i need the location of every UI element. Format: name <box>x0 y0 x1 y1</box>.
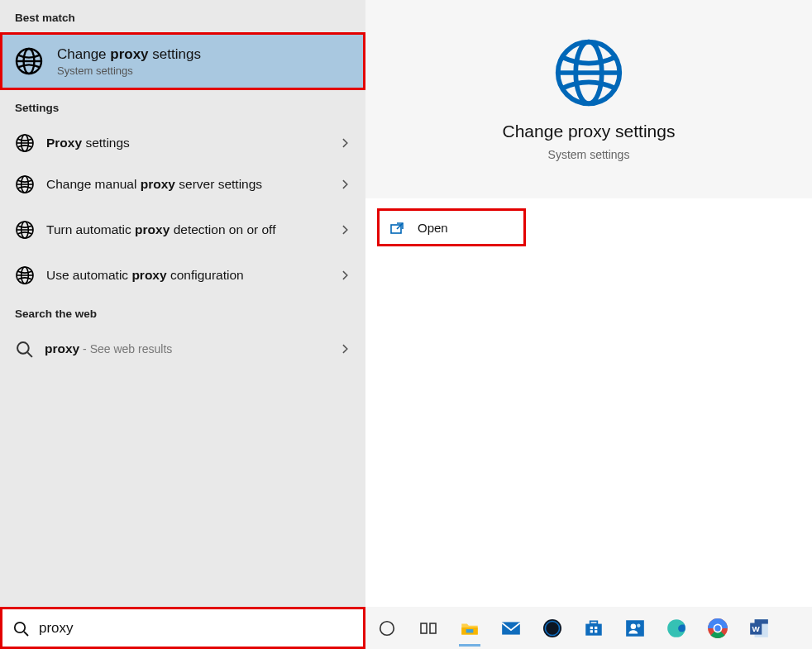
people-icon[interactable] <box>622 615 648 642</box>
chevron-right-icon <box>339 179 351 190</box>
preview-card: Change proxy settings System settings <box>365 0 812 198</box>
search-results-pane: Best match Change proxy settings System … <box>0 0 365 607</box>
globe-icon <box>553 37 624 108</box>
chevron-right-icon <box>339 270 351 281</box>
chevron-right-icon <box>339 137 351 149</box>
settings-result-label: Change manual proxy server settings <box>46 176 339 192</box>
globe-icon <box>15 220 35 240</box>
svg-rect-18 <box>585 623 602 635</box>
settings-result-auto-config[interactable]: Use automatic proxy configuration <box>0 255 365 296</box>
settings-result-label: Use automatic proxy configuration <box>46 267 339 283</box>
chevron-right-icon <box>339 343 351 355</box>
open-action[interactable]: Open <box>377 208 526 246</box>
web-result-proxy[interactable]: proxy - See web results <box>0 328 365 370</box>
svg-rect-20 <box>590 626 593 628</box>
section-best-match: Best match <box>0 0 365 32</box>
svg-point-32 <box>714 625 720 631</box>
preview-title: Change proxy settings <box>503 122 676 141</box>
section-web: Search the web <box>0 296 365 328</box>
web-result-label: proxy - See web results <box>45 341 339 357</box>
preview-pane: Change proxy settings System settings Op… <box>365 0 812 607</box>
svg-rect-15 <box>502 622 520 634</box>
globe-icon <box>14 46 44 76</box>
best-match-subtitle: System settings <box>57 64 201 77</box>
section-settings: Settings <box>0 90 365 122</box>
svg-rect-21 <box>595 626 597 628</box>
settings-result-label: Proxy settings <box>46 135 339 150</box>
settings-result-proxy-settings[interactable]: Proxy settings <box>0 122 365 164</box>
svg-point-26 <box>637 623 640 627</box>
preview-subtitle: System settings <box>548 148 630 161</box>
chevron-right-icon <box>339 224 351 236</box>
file-explorer-icon[interactable] <box>456 615 483 642</box>
globe-icon <box>15 265 35 285</box>
globe-icon <box>15 174 35 194</box>
taskbar-search-box[interactable] <box>0 607 365 649</box>
mail-icon[interactable] <box>498 615 524 642</box>
svg-rect-12 <box>430 623 436 633</box>
svg-rect-14 <box>466 629 474 632</box>
svg-rect-19 <box>590 621 598 623</box>
svg-point-10 <box>380 621 394 635</box>
open-external-icon <box>389 220 404 235</box>
cortana-circle-icon[interactable] <box>374 615 400 642</box>
svg-rect-23 <box>595 630 597 632</box>
svg-text:W: W <box>752 624 761 633</box>
taskbar: W <box>365 607 812 649</box>
word-icon[interactable]: W <box>746 615 772 642</box>
chrome-icon[interactable] <box>705 615 731 642</box>
svg-rect-22 <box>590 630 593 632</box>
globe-icon <box>15 133 35 153</box>
svg-rect-11 <box>421 623 427 633</box>
edge-icon[interactable] <box>663 615 690 642</box>
task-view-icon[interactable] <box>415 615 442 642</box>
search-icon <box>12 620 29 637</box>
settings-result-label: Turn automatic proxy detection on or off <box>46 222 339 237</box>
store-icon[interactable] <box>580 615 607 642</box>
open-label: Open <box>418 221 448 235</box>
settings-result-auto-detect[interactable]: Turn automatic proxy detection on or off <box>0 205 365 255</box>
search-icon <box>15 340 33 358</box>
best-match-result[interactable]: Change proxy settings System settings <box>0 32 365 90</box>
best-match-title: Change proxy settings <box>57 46 201 63</box>
search-input[interactable] <box>39 620 363 637</box>
dell-icon[interactable] <box>539 615 566 642</box>
settings-result-manual-proxy[interactable]: Change manual proxy server settings <box>0 164 365 205</box>
svg-point-25 <box>631 623 637 629</box>
